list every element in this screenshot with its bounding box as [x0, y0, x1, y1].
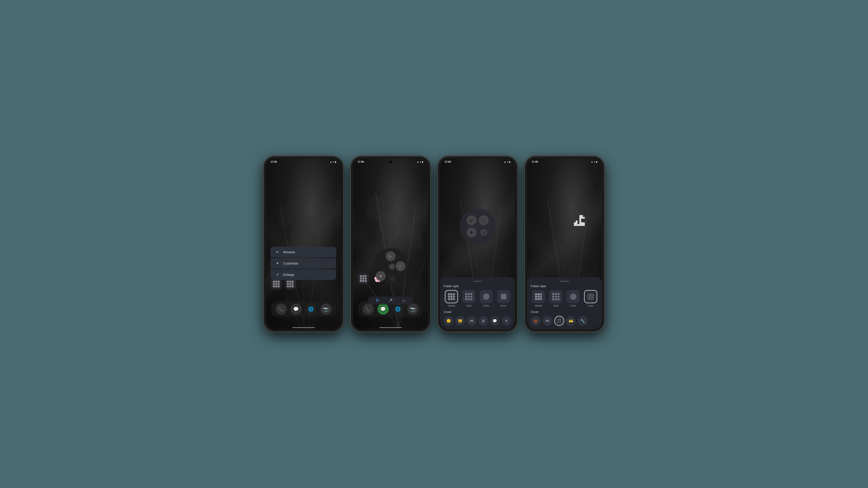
- home-bar-2: [379, 327, 402, 328]
- style-cover-preview-4: ♪: [584, 290, 597, 303]
- style-circle-preview-3: [480, 290, 493, 303]
- dock-msg-2[interactable]: 💬: [377, 303, 389, 315]
- customise-icon: ✦: [275, 261, 280, 265]
- fab-icon-center[interactable]: ⤢: [389, 263, 395, 270]
- notch-2: [389, 160, 392, 164]
- svg-rect-38: [576, 224, 578, 226]
- style-cover-preview-3: [497, 290, 510, 303]
- status-bar-4: 17:00 ▲ ▾ ▮: [527, 159, 602, 165]
- svg-rect-29: [581, 215, 583, 217]
- style-grids-3[interactable]: Grids: [461, 290, 477, 307]
- style-circle-3[interactable]: Circle: [478, 290, 494, 307]
- style-default-3[interactable]: Default: [444, 290, 459, 307]
- phones-container: 17:00 ▲ ▾ ▮ ✏ Rename ✦ Customise ⤢: [254, 147, 614, 341]
- status-icons-3: ▲ ▾ ▮: [504, 161, 510, 163]
- svg-rect-33: [579, 219, 581, 221]
- open-folder-bg: ▷ ⬚ ✦ ⤢: [460, 208, 496, 245]
- cover-btn-cat-3[interactable]: 😺: [455, 316, 465, 326]
- phone-4-screen: 17:00 ▲ ▾ ▮: [527, 159, 602, 329]
- phone-2: 17:00 ▲ ▾ ▮ ▷ ⬚ ⤢: [350, 156, 431, 332]
- status-icons-2: ▲ ▾ ▮: [417, 161, 423, 163]
- fab-icon-top[interactable]: ▷: [385, 251, 396, 261]
- svg-rect-42: [574, 222, 576, 224]
- cover-btn-game-4[interactable]: 🎮: [542, 316, 553, 326]
- dock-cam-2[interactable]: 📷: [407, 303, 418, 315]
- style-grids-4[interactable]: Grids: [548, 290, 564, 307]
- cover-btn-game-3[interactable]: 🎮: [467, 316, 476, 326]
- svg-rect-32: [579, 217, 581, 219]
- folder-app-4[interactable]: ⤢: [480, 229, 487, 236]
- cover-inner-3: [501, 294, 506, 299]
- phone-3-screen: 17:00 ▲ ▾ ▮ ▷ ⬚ ✦ ⤢: [440, 159, 515, 329]
- rename-icon: ✏: [275, 250, 280, 254]
- style-circle-4[interactable]: Circle: [565, 290, 581, 307]
- customise-label: Customise: [283, 262, 298, 265]
- phone-3: 17:00 ▲ ▾ ▮ ▷ ⬚ ✦ ⤢: [437, 156, 518, 332]
- cover-section-title-3: Cover: [444, 310, 511, 314]
- style-default-label-3: Default: [448, 304, 455, 307]
- status-bar-3: 17:00 ▲ ▾ ▮: [440, 159, 515, 165]
- svg-rect-34: [579, 221, 581, 222]
- style-default-4[interactable]: Default: [531, 290, 546, 307]
- svg-rect-45: [583, 224, 585, 226]
- bottom-panel-3: Folder style Default: [440, 277, 515, 329]
- cover-btn-music-4[interactable]: 🎵: [554, 316, 564, 326]
- google-mic-2: 🎤: [389, 299, 393, 302]
- cover-btn-tool-4[interactable]: 🔧: [578, 316, 588, 326]
- folder-app-1[interactable]: ▷: [467, 215, 476, 225]
- pixel-music-icon: [570, 213, 588, 232]
- folder-2a[interactable]: [358, 273, 369, 284]
- cover-shape-3: [500, 293, 507, 300]
- cover-btn-card-4[interactable]: 💳: [566, 316, 576, 326]
- dock-phone-1[interactable]: 📞: [276, 303, 287, 315]
- svg-rect-46: [581, 224, 583, 226]
- style-grids-label-4: Grids: [553, 304, 559, 307]
- svg-rect-37: [576, 222, 578, 224]
- battery-icon-2: ▮: [422, 161, 423, 163]
- dock-cam-1[interactable]: 📷: [320, 303, 332, 315]
- svg-rect-28: [579, 215, 581, 217]
- google-g-2: G: [376, 298, 379, 302]
- menu-enlarge[interactable]: ⤢ Enlarge: [271, 269, 336, 280]
- cover-btn-smiley-3[interactable]: 😊: [444, 316, 454, 326]
- cover-icons-row-3: 😊 😺 🎮 🖨 💬 ⚙: [444, 316, 511, 326]
- dock-1: 📞 💬 🌐 📷: [266, 301, 341, 317]
- dock-phone-2[interactable]: 📞: [363, 303, 374, 315]
- circle-shape-3: [483, 293, 489, 300]
- folder-app-2[interactable]: ⬚: [479, 215, 489, 225]
- open-folder-grid: ▷ ⬚ ✦ ⤢: [462, 211, 493, 242]
- notification-icon-4: ▲: [591, 161, 593, 163]
- menu-rename[interactable]: ✏ Rename: [271, 247, 336, 257]
- cover-btn-print-3[interactable]: 🖨: [478, 316, 488, 326]
- phone-1: 17:00 ▲ ▾ ▮ ✏ Rename ✦ Customise ⤢: [264, 156, 344, 332]
- panel-handle-3: [473, 281, 482, 282]
- notification-icon-2: ▲: [417, 161, 419, 163]
- google-bar-2: G 🎤 ◎: [368, 296, 413, 304]
- dock-chrome-1[interactable]: 🌐: [305, 303, 317, 315]
- folder-app-3[interactable]: ✦: [467, 228, 476, 237]
- dock-msg-1[interactable]: 💬: [290, 303, 302, 315]
- time-2: 17:00: [358, 160, 364, 163]
- cover-section-title-4: Cover: [531, 310, 598, 314]
- context-menu: ✏ Rename ✦ Customise ⤢ Enlarge: [271, 247, 336, 281]
- svg-rect-40: [579, 224, 581, 226]
- svg-rect-41: [574, 224, 576, 226]
- dock-chrome-2[interactable]: 🌐: [393, 303, 404, 315]
- fab-icon-bottom[interactable]: ✦: [376, 271, 385, 281]
- style-cover-4[interactable]: ♪ Cover: [583, 290, 598, 307]
- style-cover-3[interactable]: Cover: [496, 290, 511, 307]
- cover-btn-bag-4[interactable]: 💼: [531, 316, 541, 326]
- svg-rect-31: [581, 217, 583, 219]
- cover-btn-more-3[interactable]: ⚙: [502, 316, 511, 326]
- style-cover-label-3: Cover: [500, 304, 506, 307]
- cover-btn-msg-3[interactable]: 💬: [490, 316, 500, 326]
- fab-menu[interactable]: ▷ ⬚ ⤢ ✦: [373, 248, 409, 284]
- phone-4: 17:00 ▲ ▾ ▮: [524, 156, 604, 332]
- home-bar-1: [292, 327, 315, 328]
- menu-customise[interactable]: ✦ Customise: [271, 258, 336, 269]
- enlarge-icon: ⤢: [275, 272, 280, 277]
- cover-icons-row-4: 💼 🎮 🎵 💳 🔧: [531, 316, 598, 326]
- time-1: 17:00: [271, 160, 277, 163]
- fab-icon-right[interactable]: ⬚: [396, 261, 405, 271]
- enlarge-label: Enlarge: [283, 273, 294, 276]
